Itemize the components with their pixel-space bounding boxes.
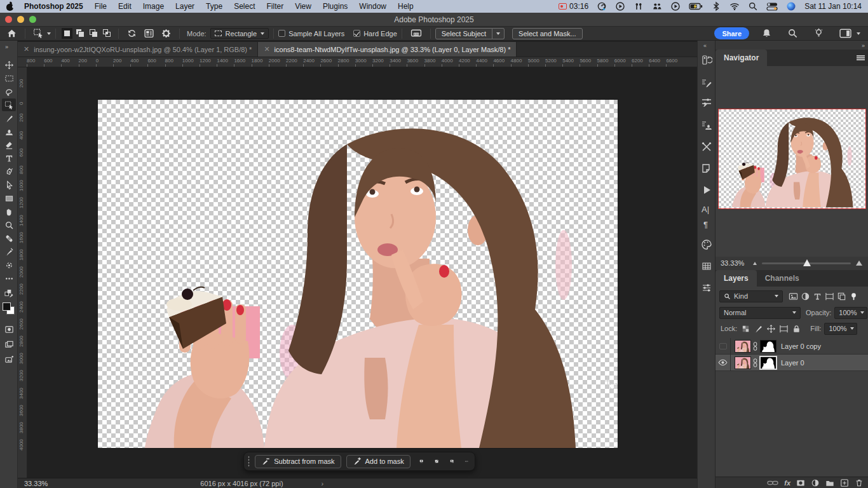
- type-tool[interactable]: [2, 152, 16, 165]
- eraser-tool[interactable]: [2, 139, 16, 151]
- clone-source-icon[interactable]: [701, 119, 712, 131]
- add-to-mask-button[interactable]: Add to mask: [346, 455, 410, 468]
- properties-panel-icon[interactable]: [701, 282, 712, 294]
- new-layer-icon[interactable]: [840, 478, 849, 487]
- foreground-color-swatch[interactable]: [3, 302, 11, 311]
- link-layers-icon[interactable]: [767, 478, 778, 487]
- expand-panels-icon[interactable]: »: [862, 43, 864, 49]
- play-circle-status-icon[interactable]: [615, 1, 625, 11]
- screen-mode-button[interactable]: [2, 338, 16, 351]
- filter-adjustment-layers-icon[interactable]: [801, 292, 810, 301]
- fill-dropdown[interactable]: 100%: [824, 323, 857, 335]
- home-icon[interactable]: [6, 28, 17, 39]
- tool-presets-icon[interactable]: [701, 141, 712, 152]
- subtract-from-mask-button[interactable]: Subtract from mask: [255, 455, 341, 468]
- path-selection-tool[interactable]: [2, 179, 16, 191]
- swatches-panel-icon[interactable]: [701, 261, 712, 272]
- notes-icon[interactable]: [701, 163, 712, 174]
- status-chevron-icon[interactable]: ›: [322, 480, 324, 487]
- pen-tool[interactable]: [2, 165, 16, 178]
- people-status-icon[interactable]: [652, 1, 662, 11]
- mode-dropdown[interactable]: Rectangle: [210, 28, 269, 39]
- menu-plugins[interactable]: Plugins: [323, 2, 348, 11]
- document-tab-inactive[interactable]: ✕ insung-yoon-w2JtIQQXoRU-unsplash.jpg @…: [18, 42, 258, 57]
- subtract-selection-mode-button[interactable]: [90, 29, 98, 37]
- blend-mode-dropdown[interactable]: Normal: [719, 307, 801, 319]
- history-icon[interactable]: [701, 55, 712, 66]
- menu-edit[interactable]: Edit: [118, 2, 132, 11]
- layer-row-hidden[interactable]: Layer 0 copy: [715, 338, 868, 355]
- marquee-tool[interactable]: [2, 72, 16, 85]
- healing-brush-tool[interactable]: [2, 232, 16, 245]
- layer-thumbnail[interactable]: [735, 341, 750, 352]
- layer-mask-thumbnail-selected[interactable]: [761, 357, 776, 369]
- apple-menu-icon[interactable]: [6, 3, 14, 11]
- remove-mask-icon[interactable]: [435, 457, 438, 466]
- new-group-icon[interactable]: [825, 478, 834, 487]
- menu-clock[interactable]: Sat 11 Jan 10:14: [804, 2, 862, 11]
- apply-mask-icon[interactable]: [419, 457, 423, 466]
- gear-icon[interactable]: [161, 28, 172, 39]
- mask-link-icon[interactable]: [752, 358, 758, 368]
- document-tab-active[interactable]: ✕ icons8-team-NtwdMDyIfTw-unsplash.jpg @…: [258, 42, 517, 57]
- brushes-icon[interactable]: [701, 97, 712, 108]
- zoom-slider-thumb[interactable]: [803, 259, 811, 266]
- color-panel-icon[interactable]: [701, 239, 712, 250]
- rectangle-tool[interactable]: [2, 192, 16, 205]
- menu-select[interactable]: Select: [234, 2, 255, 11]
- filter-shape-layers-icon[interactable]: [825, 292, 834, 301]
- lasso-tool[interactable]: [2, 85, 16, 98]
- tool-preset-chevron-icon[interactable]: [47, 32, 51, 35]
- tab-navigator[interactable]: Navigator: [715, 50, 767, 66]
- brush-tool[interactable]: [2, 112, 16, 125]
- more-tools-button[interactable]: [2, 272, 16, 285]
- menu-help[interactable]: Help: [398, 2, 414, 11]
- mask-link-icon[interactable]: [752, 341, 758, 351]
- menu-type[interactable]: Type: [206, 2, 222, 11]
- status-zoom-value[interactable]: 33.33%: [24, 480, 48, 487]
- layer-name[interactable]: Layer 0: [781, 359, 804, 367]
- mixer-brush-tool[interactable]: [2, 245, 16, 258]
- collapse-panels-icon[interactable]: «: [703, 43, 706, 49]
- menu-window[interactable]: Window: [359, 2, 386, 11]
- battery-icon[interactable]: [689, 1, 703, 11]
- actions-icon[interactable]: [701, 184, 712, 196]
- spotlight-search-icon[interactable]: [748, 1, 758, 11]
- navigator-zoom-slider[interactable]: [762, 262, 851, 264]
- paragraph-panel-icon[interactable]: ¶: [703, 220, 708, 229]
- screen-recording-indicator[interactable]: 03:16: [559, 2, 588, 11]
- search-icon[interactable]: [787, 28, 798, 39]
- layer-mask-thumbnail[interactable]: [761, 341, 776, 352]
- workspace-switcher[interactable]: [836, 28, 860, 39]
- mask-options-icon[interactable]: [450, 457, 454, 466]
- clone-stamp-tool[interactable]: [2, 125, 16, 138]
- zoom-in-icon[interactable]: [856, 261, 862, 266]
- menu-layer[interactable]: Layer: [175, 2, 194, 11]
- lock-pixels-icon[interactable]: [754, 324, 763, 334]
- add-selection-mode-button[interactable]: [76, 29, 85, 37]
- menu-filter[interactable]: Filter: [266, 2, 283, 11]
- tool-preset-icon[interactable]: [33, 28, 44, 39]
- layer-name[interactable]: Layer 0 copy: [781, 342, 821, 350]
- add-layer-mask-icon[interactable]: [796, 478, 805, 487]
- lightbulb-icon[interactable]: [813, 28, 824, 39]
- foreground-background-colors[interactable]: [3, 302, 15, 315]
- lock-all-icon[interactable]: [792, 324, 801, 334]
- capture-button[interactable]: [2, 353, 16, 366]
- wifi-icon[interactable]: [729, 1, 740, 11]
- tab-layers[interactable]: Layers: [715, 270, 757, 287]
- lock-transparency-icon[interactable]: [741, 324, 750, 334]
- new-selection-mode-button[interactable]: [63, 29, 71, 37]
- zoom-tool[interactable]: [2, 219, 16, 231]
- delete-layer-icon[interactable]: [855, 478, 864, 487]
- refresh-icon[interactable]: [126, 28, 137, 39]
- lock-artboard-icon[interactable]: [779, 324, 789, 334]
- lock-position-icon[interactable]: [766, 324, 776, 334]
- more-options-icon[interactable]: [465, 457, 468, 466]
- quick-mask-button[interactable]: [2, 323, 16, 336]
- object-selection-tool[interactable]: [2, 98, 16, 111]
- hard-edge-checkbox[interactable]: Hard Edge: [353, 30, 397, 37]
- device-preview-icon[interactable]: [410, 28, 423, 39]
- navigator-menu-icon[interactable]: [857, 55, 865, 60]
- select-and-mask-button[interactable]: Select and Mask...: [512, 28, 583, 39]
